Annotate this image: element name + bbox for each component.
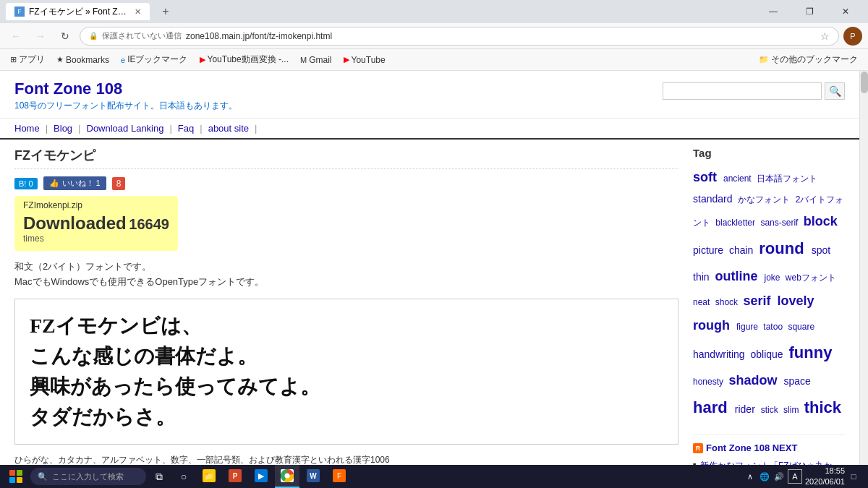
- hatena-bookmark-button[interactable]: B! 0: [14, 178, 38, 189]
- tag-item[interactable]: rough: [693, 318, 733, 333]
- scrollbar[interactable]: [859, 71, 868, 465]
- taskbar-explorer[interactable]: 📁: [197, 465, 221, 488]
- address-input[interactable]: 🔒 保護されていない通信 zone108.main.jp/font/fz-imo…: [80, 27, 839, 46]
- bookmark-youtube[interactable]: ▶ YouTube: [339, 53, 390, 67]
- scrollbar-thumb[interactable]: [861, 72, 868, 93]
- tag-section-title: Tag: [693, 147, 845, 159]
- tag-item[interactable]: shock: [715, 297, 741, 307]
- tag-item[interactable]: hard: [693, 398, 732, 416]
- tag-item[interactable]: chain: [729, 244, 756, 256]
- tag-item[interactable]: standard: [693, 193, 735, 205]
- bookmark-other[interactable]: 📁 その他のブックマーク: [754, 52, 862, 67]
- bookmark-youtube-conv-label: YouTube動画変換 -...: [208, 53, 289, 66]
- search-button[interactable]: 🔍: [825, 82, 845, 100]
- tag-item[interactable]: space: [783, 375, 810, 387]
- tag-item[interactable]: slim: [783, 405, 801, 415]
- bookmark-youtube-conv[interactable]: ▶ YouTube動画変換 -...: [195, 52, 294, 67]
- tag-item[interactable]: thick: [804, 398, 841, 416]
- taskbar-search[interactable]: 🔍 ここに入力して検索: [30, 468, 146, 485]
- media-player-icon: ▶: [255, 469, 268, 482]
- tag-item[interactable]: stick: [761, 405, 780, 415]
- tag-item[interactable]: honesty: [693, 377, 726, 387]
- download-area[interactable]: FZImokenpi.zip Downloaded 16649 times: [14, 196, 178, 251]
- page-wrapper: Font Zone 108 108号のフリーフォント配布サイト。日本語もあります…: [0, 71, 868, 465]
- nav-blog[interactable]: Blog: [54, 123, 72, 134]
- active-tab[interactable]: F FZイモケンピ » Font Zone 108 ✕: [6, 3, 150, 20]
- tag-item[interactable]: oblique: [751, 348, 786, 360]
- rss-title[interactable]: R Font Zone 108 NEXT: [693, 442, 845, 453]
- tag-item[interactable]: joke: [764, 273, 782, 283]
- hatena-count: 0: [28, 179, 33, 188]
- network-icon[interactable]: 🌐: [759, 471, 770, 482]
- taskbar-chrome[interactable]: [275, 465, 299, 488]
- tag-item[interactable]: ancient: [723, 174, 754, 184]
- cortana-button[interactable]: ○: [172, 465, 195, 488]
- clock[interactable]: 18:55 2020/06/01: [805, 466, 845, 488]
- new-tab-button[interactable]: +: [156, 3, 176, 20]
- forward-button[interactable]: →: [30, 26, 51, 46]
- tag-item[interactable]: outline: [715, 269, 761, 283]
- tag-item[interactable]: handwriting: [693, 348, 748, 360]
- tag-item[interactable]: block: [804, 214, 838, 228]
- security-label: 保護されていない通信: [102, 30, 182, 41]
- tag-item[interactable]: 日本語フォント: [757, 174, 817, 184]
- tray-arrow[interactable]: ∧: [744, 471, 756, 482]
- tag-item[interactable]: かなフォント: [738, 194, 792, 205]
- svg-point-2: [285, 474, 290, 479]
- tab-favicon: F: [14, 7, 25, 17]
- tag-item[interactable]: picture: [693, 244, 726, 256]
- nav-home[interactable]: Home: [14, 123, 40, 134]
- language-button[interactable]: A: [788, 469, 802, 484]
- rss-title-text: Font Zone 108 NEXT: [706, 442, 797, 453]
- tag-item[interactable]: sans-serif: [760, 218, 800, 228]
- tag-item[interactable]: webフォント: [786, 273, 836, 283]
- nav-faq[interactable]: Faq: [178, 123, 194, 134]
- tag-item[interactable]: funny: [789, 343, 833, 361]
- refresh-button[interactable]: ↻: [55, 26, 75, 46]
- minimize-button[interactable]: —: [757, 0, 790, 23]
- news-item[interactable]: 新作かなフォント「FZばひゃ丸かな」: [693, 459, 845, 465]
- start-button[interactable]: [3, 465, 29, 488]
- taskbar-other-app[interactable]: F: [327, 465, 352, 488]
- tag-item[interactable]: rider: [735, 403, 758, 415]
- tag-item[interactable]: lovely: [777, 294, 814, 308]
- tab-close-button[interactable]: ✕: [135, 7, 141, 17]
- tag-item[interactable]: figure: [736, 322, 760, 332]
- back-button[interactable]: ←: [6, 26, 26, 46]
- preview-line2: こんな感じの書体だよ。: [30, 341, 663, 372]
- search-input[interactable]: [663, 82, 822, 100]
- taskbar-app3[interactable]: ▶: [249, 465, 273, 488]
- site-title[interactable]: Font Zone 108: [14, 80, 648, 98]
- maximize-button[interactable]: ❐: [793, 0, 826, 23]
- taskbar-search-placeholder: ここに入力して検索: [52, 471, 124, 482]
- facebook-like-button[interactable]: 👍 いいね！ 1: [43, 176, 106, 190]
- tag-item[interactable]: neat: [693, 297, 712, 307]
- bookmark-bookmarks[interactable]: ★ Bookmarks: [52, 53, 114, 67]
- google-plus-button[interactable]: 8: [112, 177, 126, 190]
- tag-item[interactable]: spot: [812, 244, 830, 256]
- profile-avatar[interactable]: P: [843, 27, 862, 46]
- tag-item[interactable]: thin: [693, 271, 712, 283]
- nav-download[interactable]: Download Lanking: [87, 123, 164, 134]
- close-button[interactable]: ✕: [829, 0, 862, 23]
- tag-item[interactable]: square: [788, 322, 814, 332]
- task-view-button[interactable]: ⧉: [148, 465, 171, 488]
- volume-icon[interactable]: 🔊: [773, 471, 785, 482]
- tag-item[interactable]: shadow: [728, 373, 780, 388]
- tag-item[interactable]: tatoo: [763, 322, 785, 332]
- bookmark-apps[interactable]: ⊞ アプリ: [6, 52, 49, 67]
- tag-item[interactable]: round: [759, 239, 808, 257]
- bookmark-gmail[interactable]: M Gmail: [296, 53, 336, 67]
- taskbar-powerpoint[interactable]: P: [223, 465, 247, 488]
- tag-item[interactable]: blackletter: [715, 218, 757, 228]
- bookmark-star-icon[interactable]: ☆: [820, 30, 830, 42]
- win-logo-cell1: [9, 470, 15, 476]
- nav-about[interactable]: about site: [208, 123, 249, 134]
- taskbar-word[interactable]: W: [301, 465, 326, 488]
- bookmark-ie[interactable]: e IEブックマーク: [116, 52, 192, 67]
- notification-icon[interactable]: □: [848, 471, 859, 482]
- tag-item[interactable]: soft: [693, 170, 720, 184]
- tag-item[interactable]: serif: [743, 294, 774, 308]
- browser-content: Font Zone 108 108号のフリーフォント配布サイト。日本語もあります…: [0, 71, 868, 465]
- ie-icon: e: [121, 56, 125, 64]
